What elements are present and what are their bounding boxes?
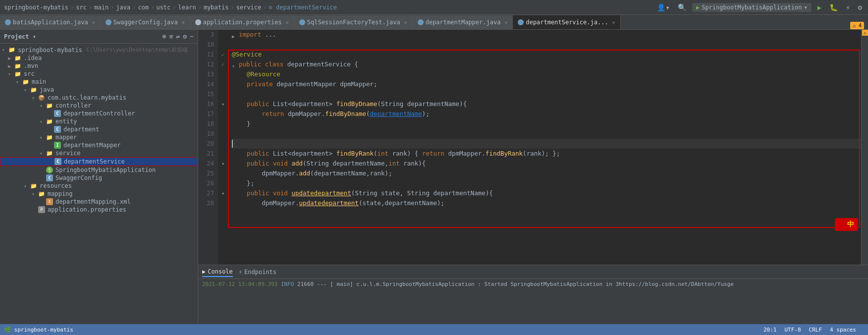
- tab-close[interactable]: ×: [504, 20, 507, 25]
- tree-item-dept-service[interactable]: ▶ C departmentService: [0, 157, 198, 166]
- tree-item-main[interactable]: ▾ 📁 main: [0, 78, 198, 86]
- tab-batis-application[interactable]: batisApplication.java ×: [0, 15, 101, 29]
- breadcrumb-part-4: java: [116, 4, 130, 11]
- right-scrollbar[interactable]: ⚠: [861, 30, 868, 265]
- tree-item-department-entity[interactable]: ▶ C department: [0, 125, 198, 133]
- tree-item-package[interactable]: ▾ 📦 com.ustc.learn.mybatis: [0, 94, 198, 102]
- tree-item-label: com.ustc.learn.mybatis: [48, 94, 126, 101]
- code-area[interactable]: ▶ import ... @Service ▾ public class dep…: [228, 30, 861, 265]
- line-num: 12: [198, 59, 214, 69]
- status-line-sep: CRLF: [809, 327, 822, 333]
- tree-item-mapping[interactable]: ▾ 📁 mapping: [0, 190, 198, 198]
- editor-content[interactable]: 3 10 11 12 13 14 15 16 17 18 19 20 21 24…: [198, 30, 868, 265]
- tree-item-label: SpringbootMybatisApplication: [55, 167, 156, 173]
- java-class-icon-swagger: C: [46, 174, 54, 181]
- tab-icon-java: [106, 19, 111, 25]
- breadcrumb-part-6: ustc: [156, 4, 170, 11]
- line-numbers: 3 10 11 12 13 14 15 16 17 18 19 20 21 24…: [198, 30, 218, 265]
- tree-item-entity[interactable]: ▾ 📁 entity: [0, 117, 198, 125]
- search-icon[interactable]: 🔍: [676, 2, 688, 12]
- breadcrumb-part-8: mybatis: [204, 4, 229, 11]
- tab-sql-session[interactable]: SqlSessionFactoryTest.java ×: [294, 15, 413, 29]
- line-num: 26: [198, 178, 214, 188]
- tab-app-properties[interactable]: application.properties ×: [190, 15, 294, 29]
- tab-close[interactable]: ×: [612, 20, 615, 25]
- spring-icon: S: [46, 167, 54, 173]
- tree-item-label: departmentMapping.xml: [55, 198, 131, 205]
- tree-item-mvn[interactable]: ▶ 📁 .mvn: [0, 62, 198, 70]
- tree-item-label: application.properties: [48, 206, 126, 213]
- src-folder-icon: 📁: [14, 70, 22, 77]
- tab-swagger-config[interactable]: SwaggerConfig.java ×: [101, 15, 190, 29]
- code-line-27: public void updatedepartment(String stat…: [232, 188, 861, 198]
- tab-console[interactable]: ▶ Console: [202, 267, 233, 277]
- console-line-1: 2021-07-12 13:04:09.393 INFO 21660 --- […: [202, 281, 864, 287]
- tree-item-dept-mapping[interactable]: ▶ X departmentMapping.xml: [0, 198, 198, 206]
- line-num: 18: [198, 119, 214, 129]
- gutter-fold-24[interactable]: ▾: [221, 161, 225, 167]
- gutter-fold-27[interactable]: ▾: [221, 190, 225, 197]
- sync-icon[interactable]: ⊕: [163, 33, 166, 40]
- tab-close[interactable]: ×: [404, 20, 407, 25]
- settings-button[interactable]: ⚙: [856, 2, 864, 12]
- vcs-icon[interactable]: 👤▾: [655, 2, 671, 12]
- tab-close[interactable]: ×: [286, 20, 289, 25]
- tree-item-root[interactable]: ▾ 📁 springboot-mybatis C:\Users\ywy\Desk…: [0, 46, 198, 54]
- endpoints-icon: ⚡: [239, 269, 242, 276]
- sidebar: Project ▾ ⊕ ≡ ⇌ ⚙ − ▾ 📁 springboot-mybat…: [0, 30, 198, 324]
- tree-item-mapper[interactable]: ▾ 📁 mapper: [0, 133, 198, 141]
- settings-icon[interactable]: ⚙: [183, 33, 187, 40]
- tab-close[interactable]: ×: [182, 20, 185, 25]
- code-line-15: [232, 89, 861, 99]
- run-config[interactable]: ▶ SpringbootMybatisApplication ▾: [692, 3, 812, 12]
- tree-item-service[interactable]: ▾ 📁 service: [0, 149, 198, 157]
- run-config-label: SpringbootMybatisApplication: [702, 4, 802, 11]
- breadcrumb-part-5: com: [138, 4, 149, 11]
- line-num: 14: [198, 79, 214, 89]
- code-line-20: [232, 139, 861, 149]
- gutter-fold-16[interactable]: ▾: [221, 101, 225, 108]
- tab-close[interactable]: ×: [92, 20, 95, 25]
- collapse-all-icon[interactable]: ≡: [169, 33, 173, 40]
- tree-item-idea[interactable]: ▶ 📁 .idea: [0, 54, 198, 62]
- sidebar-title: Project ▾: [4, 33, 36, 40]
- tree-item-src[interactable]: ▾ 📁 src: [0, 70, 198, 78]
- tab-icon-java: [418, 19, 424, 25]
- debug-button[interactable]: 🐛: [827, 2, 840, 12]
- code-line-28: dpmMapper.updatedepartment(state,departm…: [232, 198, 861, 208]
- tree-item-resources[interactable]: ▾ 📁 resources: [0, 182, 198, 190]
- run-button[interactable]: ▶: [815, 2, 823, 12]
- minimize-icon[interactable]: −: [190, 33, 194, 40]
- tab-endpoints[interactable]: ⚡ Endpoints: [239, 268, 276, 277]
- line-num: 24: [198, 159, 214, 168]
- line-num: 28: [198, 198, 214, 208]
- tab-label: departmentService.ja...: [526, 19, 608, 26]
- tab-label: application.properties: [203, 19, 282, 26]
- tree-item-dept-controller[interactable]: ▶ C departmentController: [0, 110, 198, 117]
- tree-item-java[interactable]: ▾ 📁 java: [0, 86, 198, 94]
- top-right-toolbar: 👤▾ 🔍 ▶ SpringbootMybatisApplication ▾ ▶ …: [655, 2, 864, 12]
- tree-item-springboot-app[interactable]: ▶ S SpringbootMybatisApplication: [0, 166, 198, 174]
- package-folder-icon: 📦: [38, 94, 46, 101]
- warning-scroll-marker: ⚠: [862, 30, 868, 36]
- ime-indicator[interactable]: S 中: [835, 218, 858, 231]
- code-line-13: @Resource: [232, 69, 861, 79]
- tree-item-swagger-config[interactable]: ▶ C SwaggerConfig: [0, 174, 198, 182]
- status-bar: 🌿 springboot-mybatis 20:1 UTF-8 CRLF 4 s…: [0, 324, 868, 335]
- tab-department-mapper[interactable]: departmentMapper.java ×: [413, 15, 513, 29]
- tree-item-controller[interactable]: ▾ 📁 controller: [0, 102, 198, 110]
- code-line-17: return dpmMapper.findByDname(departmentN…: [232, 109, 861, 119]
- code-line-18: }: [232, 119, 861, 129]
- console-content: 2021-07-12 13:04:09.393 INFO 21660 --- […: [198, 279, 868, 324]
- sidebar-tree: ▾ 📁 springboot-mybatis C:\Users\ywy\Desk…: [0, 44, 198, 324]
- line-num: 13: [198, 69, 214, 79]
- expand-icon[interactable]: ⇌: [176, 33, 180, 40]
- mapping-folder-icon: 📁: [38, 190, 46, 197]
- run-config-icon: ▶: [696, 4, 700, 11]
- tree-item-app-props[interactable]: ▶ P application.properties: [0, 206, 198, 214]
- tree-item-dept-mapper[interactable]: ▶ I departmentMapper: [0, 141, 198, 149]
- more-run-button[interactable]: ⚡: [844, 2, 852, 12]
- tab-department-service[interactable]: departmentService.ja... ×: [513, 15, 620, 29]
- java-interface-icon: I: [54, 142, 61, 149]
- line-num: 19: [198, 129, 214, 139]
